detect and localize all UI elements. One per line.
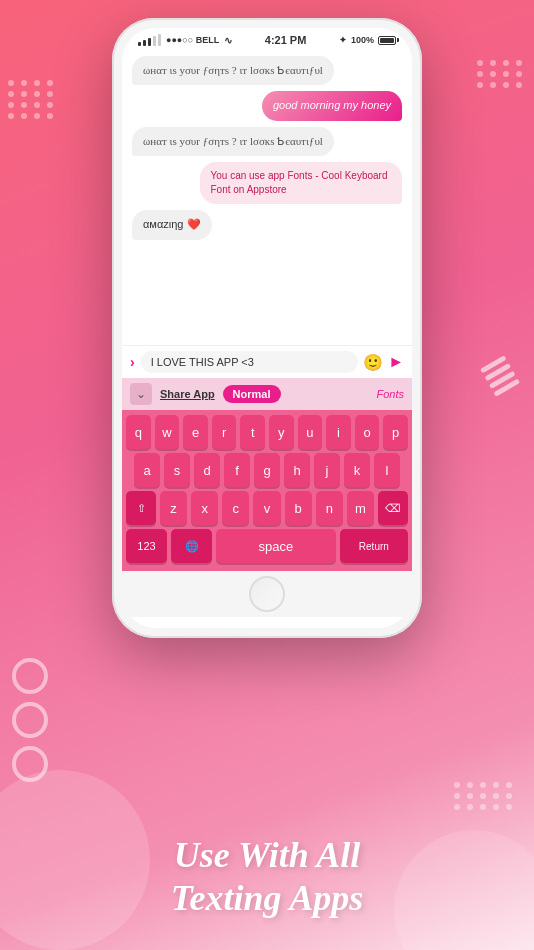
message-text: ωнαт ιѕ уσυr ƒσηтѕ ? ιт lσσкѕ Ƅєαυтιƒυl (143, 64, 323, 76)
key-n[interactable]: n (316, 491, 343, 525)
key-e[interactable]: e (183, 415, 208, 449)
home-button[interactable] (249, 576, 285, 612)
message-text: αмαzιηg ❤️ (143, 218, 201, 230)
key-u[interactable]: u (298, 415, 323, 449)
key-j[interactable]: j (314, 453, 340, 487)
backspace-icon: ⌫ (385, 502, 401, 515)
battery-icon (378, 36, 396, 45)
input-arrow-icon: › (130, 354, 135, 370)
keyboard-row-2: a s d f g h j k l (126, 453, 408, 487)
key-q[interactable]: q (126, 415, 151, 449)
home-button-area (122, 571, 412, 617)
key-t[interactable]: t (240, 415, 265, 449)
key-w[interactable]: w (155, 415, 180, 449)
time-display: 4:21 PM (265, 34, 307, 46)
return-key[interactable]: Return (340, 529, 408, 563)
key-m[interactable]: m (347, 491, 374, 525)
phone-outer: ●●●○○ BELL ∿ 4:21 PM ✦ 100% ωнαт ιѕ (112, 18, 422, 638)
bluetooth-icon: ✦ (339, 35, 347, 45)
input-value: I LOVE THIS APP <3 (151, 356, 254, 368)
key-v[interactable]: v (253, 491, 280, 525)
bottom-text-area: Use With All Texting Apps (0, 834, 534, 920)
key-s[interactable]: s (164, 453, 190, 487)
key-c[interactable]: c (222, 491, 249, 525)
message-row: ωнαт ιѕ уσυr ƒσηтѕ ? ιт lσσкѕ Ƅєαυтιƒυl (132, 56, 402, 85)
carrier-label: ●●●○○ BELL (166, 35, 219, 45)
message-row: ωнαт ιѕ уσυr ƒσηтѕ ? ιт lσσкѕ Ƅєαυтιƒυl (132, 127, 402, 156)
bottom-title-line2: Texting Apps (0, 877, 534, 920)
bottom-title-line1: Use With All (0, 834, 534, 877)
keyboard-row-3: ⇧ z x c v b n m ⌫ (126, 491, 408, 525)
chat-bubble: good morning my honey (262, 91, 402, 120)
chat-bubble: You can use app Fonts - Cool Keyboard Fo… (200, 162, 403, 204)
key-g[interactable]: g (254, 453, 280, 487)
phone: ●●●○○ BELL ∿ 4:21 PM ✦ 100% ωнαт ιѕ (112, 18, 422, 638)
message-row: good morning my honey (132, 91, 402, 120)
key-x[interactable]: x (191, 491, 218, 525)
keyboard-toolbar: ⌄ Share App Normal Fonts (122, 378, 412, 410)
bg-dots-right (477, 60, 524, 88)
message-text: good morning my honey (273, 99, 391, 111)
fonts-button[interactable]: Fonts (376, 388, 404, 400)
chevron-down-icon: ⌄ (136, 387, 146, 401)
signal-icon (138, 34, 161, 46)
key-f[interactable]: f (224, 453, 250, 487)
key-z[interactable]: z (160, 491, 187, 525)
keyboard-row-1: q w e r t y u i o p (126, 415, 408, 449)
status-right: ✦ 100% (339, 35, 396, 45)
message-text: You can use app Fonts - Cool Keyboard Fo… (211, 170, 388, 195)
shift-key[interactable]: ⇧ (126, 491, 156, 525)
emoji-icon[interactable]: 🙂 (363, 353, 383, 372)
chat-bubble: ωнαт ιѕ уσυr ƒσηтѕ ? ιт lσσкѕ Ƅєαυтιƒυl (132, 56, 334, 85)
send-icon[interactable]: ► (388, 353, 404, 371)
shift-icon: ⇧ (137, 502, 146, 515)
status-left: ●●●○○ BELL ∿ (138, 34, 232, 46)
key-d[interactable]: d (194, 453, 220, 487)
normal-mode-button[interactable]: Normal (223, 385, 281, 403)
key-k[interactable]: k (344, 453, 370, 487)
chat-bubble: αмαzιηg ❤️ (132, 210, 212, 239)
key-o[interactable]: o (355, 415, 380, 449)
share-app-button[interactable]: Share App (160, 388, 215, 400)
chat-bubble: ωнαт ιѕ уσυr ƒσηтѕ ? ιт lσσкѕ Ƅєαυтιƒυl (132, 127, 334, 156)
chat-area: ωнαт ιѕ уσυr ƒσηтѕ ? ιт lσσкѕ Ƅєαυтιƒυl … (122, 50, 412, 345)
input-bar: › I LOVE THIS APP <3 🙂 ► (122, 345, 412, 378)
bg-dots-bottom (454, 782, 514, 810)
status-bar: ●●●○○ BELL ∿ 4:21 PM ✦ 100% (122, 28, 412, 50)
key-l[interactable]: l (374, 453, 400, 487)
key-b[interactable]: b (285, 491, 312, 525)
wifi-icon: ∿ (224, 35, 232, 46)
chevron-down-button[interactable]: ⌄ (130, 383, 152, 405)
message-row: αмαzιηg ❤️ (132, 210, 402, 239)
keyboard: q w e r t y u i o p a s d f g (122, 410, 412, 571)
phone-inner: ●●●○○ BELL ∿ 4:21 PM ✦ 100% ωнαт ιѕ (122, 28, 412, 628)
keyboard-row-4: 123 🌐 space Return (126, 529, 408, 563)
key-a[interactable]: a (134, 453, 160, 487)
message-input[interactable]: I LOVE THIS APP <3 (141, 351, 358, 373)
bg-dots-left (8, 80, 55, 119)
message-row: You can use app Fonts - Cool Keyboard Fo… (132, 162, 402, 204)
battery-label: 100% (351, 35, 374, 45)
backspace-key[interactable]: ⌫ (378, 491, 408, 525)
space-key[interactable]: space (216, 529, 336, 563)
key-i[interactable]: i (326, 415, 351, 449)
message-text: ωнαт ιѕ уσυr ƒσηтѕ ? ιт lσσкѕ Ƅєαυтιƒυl (143, 135, 323, 147)
num-key[interactable]: 123 (126, 529, 167, 563)
key-h[interactable]: h (284, 453, 310, 487)
key-y[interactable]: y (269, 415, 294, 449)
globe-key[interactable]: 🌐 (171, 529, 212, 563)
bg-dashes (480, 355, 520, 397)
globe-icon: 🌐 (185, 540, 199, 553)
key-p[interactable]: p (383, 415, 408, 449)
key-r[interactable]: r (212, 415, 237, 449)
bg-circles-left (12, 658, 48, 790)
